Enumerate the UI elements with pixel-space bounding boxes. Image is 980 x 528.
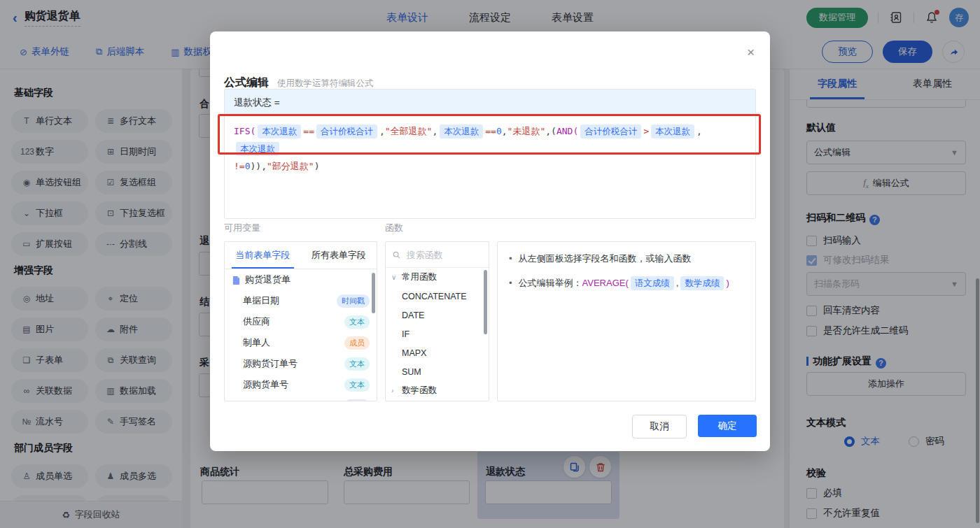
variable-row[interactable]: 退货明细.商品条形码数组 [225,395,377,401]
function-search-input[interactable] [405,249,482,261]
variable-name: 供应商 [243,315,340,328]
form-tree-root[interactable]: 购货退货单 [225,269,377,290]
formula-token: , [502,126,507,136]
formula-token: "未退款" [507,126,546,136]
formula-token: AND( [556,126,578,136]
function-group-expanded[interactable]: ∨常用函数 [386,268,489,287]
function-item[interactable]: IF [386,324,489,343]
functions-label: 函数 [385,222,403,234]
bullet: • [509,276,512,290]
search-icon [393,250,400,259]
type-badge: 文本 [344,378,370,392]
help-example: 公式编辑举例：AVERAGE(语文成绩,数学成绩) [519,276,729,290]
formula-token: AVERAGE( [582,278,629,288]
formula-token: == [485,126,496,136]
cancel-button[interactable]: 取消 [632,415,687,438]
panel-scrollbar[interactable] [484,270,487,334]
variables-panel: 当前表单字段 所有表单字段 购货退货单 单据日期时间戳供应商文本制单人成员源购货… [224,241,377,401]
field-chip: 本次退款 [651,124,694,138]
function-name: MAPX [402,348,426,358]
bullet: • [509,252,512,266]
formula-token: , [676,278,679,288]
chevron-down-icon: ∨ [391,273,398,281]
function-group-label: 数学函数 [402,385,437,397]
help-panel: • 从左侧面板选择字段名和函数，或输入函数 • 公式编辑举例：AVERAGE(语… [497,241,756,401]
field-chip: 本次退款 [440,124,483,138]
formula-edit-modal: 公式编辑 使用数学运算符编辑公式 × 退款状态 = IFS(本次退款==合计价税… [210,31,770,451]
variable-name: 源购货单号 [243,378,340,391]
formula-editor: 退款状态 = IFS(本次退款==合计价税合计,"全部退款",本次退款==0,"… [224,89,756,219]
formula-token: > [643,126,649,136]
field-chip: 本次退款 [236,142,279,156]
formula-token: != [234,161,245,171]
formula-token: )), [250,161,266,171]
field-chip: 本次退款 [258,124,301,138]
formula-token: ) [726,278,729,288]
variable-name: 单据日期 [243,294,332,307]
function-search [386,242,489,268]
variable-row[interactable]: 源购货单号文本 [225,374,377,395]
formula-token: ) [314,161,320,171]
formula-token: "部分退款" [267,161,314,171]
variable-row[interactable]: 制单人成员 [225,332,377,353]
function-item[interactable]: DATE [386,306,489,324]
chevron-right-icon: › [391,387,398,394]
close-icon[interactable]: × [747,45,755,59]
formula-token: ,( [545,126,556,136]
modal-title: 公式编辑 [224,76,269,90]
function-name: DATE [402,311,424,320]
variable-row[interactable]: 供应商文本 [225,311,377,332]
formula-token: , [379,126,385,136]
function-name: SUM [402,367,421,377]
type-badge: 数组 [344,399,370,402]
variable-name: 退货明细.商品条形码 [243,399,340,401]
formula-token: 0 [496,126,502,136]
tab-current-form-fields[interactable]: 当前表单字段 [225,242,301,269]
type-badge: 文本 [344,315,370,329]
tab-all-form-fields[interactable]: 所有表单字段 [301,242,377,269]
variable-row[interactable]: 单据日期时间戳 [225,290,377,311]
functions-panel: ∨常用函数CONCATENATEDATEIFMAPXSUM›数学函数›文本函数 [385,241,489,401]
variable-row[interactable]: 源购货订单号文本 [225,353,377,374]
field-chip: 合计价税合计 [580,124,641,138]
field-chip: 合计价税合计 [316,124,377,138]
formula-input-area[interactable]: IFS(本次退款==合计价税合计,"全部退款",本次退款==0,"未退款",(A… [225,116,755,181]
field-chip: 语文成绩 [631,276,674,290]
formula-token: , [432,126,438,136]
document-icon [232,276,241,285]
function-item[interactable]: CONCATENATE [386,287,489,306]
formula-token: "全部退款" [385,126,433,136]
function-group-collapsed[interactable]: ›文本函数 [386,400,489,401]
type-badge: 时间戳 [337,294,370,308]
function-group-collapsed[interactable]: ›数学函数 [386,381,489,400]
variables-label: 可用变量 [224,222,260,234]
panel-scrollbar[interactable] [372,273,375,313]
formula-token: == [303,126,314,136]
type-badge: 文本 [344,357,370,371]
function-name: CONCATENATE [402,292,467,301]
function-group-label: 常用函数 [402,271,437,283]
confirm-button[interactable]: 确定 [698,415,757,437]
type-badge: 成员 [344,336,370,350]
formula-target: 退款状态 = [225,90,755,116]
function-item[interactable]: MAPX [386,343,489,362]
function-item[interactable]: SUM [386,362,489,381]
variable-name: 制单人 [243,336,340,349]
variable-name: 源购货订单号 [243,357,340,370]
function-name: IF [402,329,410,339]
modal-subtitle: 使用数学运算符编辑公式 [277,78,374,90]
formula-token: IFS( [234,126,255,136]
help-text: 从左侧面板选择字段名和函数，或输入函数 [519,252,692,266]
field-chip: 数学成绩 [680,276,724,290]
formula-token: , [696,126,702,136]
